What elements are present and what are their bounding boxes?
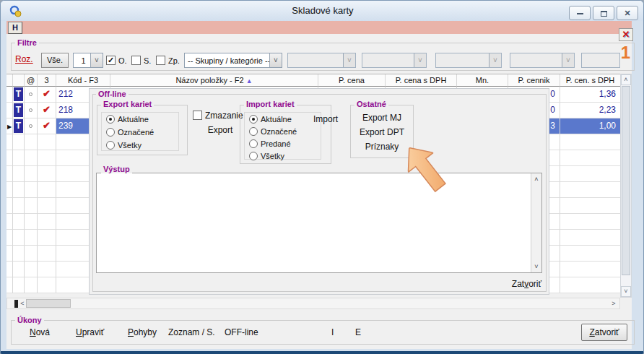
priznaky-button[interactable]: Príznaky — [352, 142, 412, 152]
scroll-down-icon[interactable]: ˅ — [531, 262, 541, 272]
window-title: Skladové karty — [292, 5, 353, 16]
flag-column-header[interactable]: 3 — [38, 74, 56, 87]
app-window: Skladové karty ✕ H ✕ Filtre Roz. Vše. 1 … — [0, 0, 644, 354]
table-horizontal-scrollbar[interactable]: ˂ ˃ — [6, 298, 620, 309]
checkbox-o[interactable]: ✓ — [106, 56, 116, 65]
chevron-down-icon: ˅ — [489, 53, 501, 67]
group-category-value: -- Skupiny / kategórie -- — [185, 56, 269, 65]
mn-column-header[interactable]: Mn. — [457, 74, 508, 87]
radio-export-oznacene[interactable] — [106, 128, 115, 137]
vystup-output[interactable]: ˄ ˅ — [96, 173, 542, 273]
code-column-header[interactable]: Kód - F3 — [56, 74, 110, 87]
minimize-button[interactable] — [569, 6, 591, 20]
checkbox-zp[interactable] — [156, 56, 165, 65]
close-icon: ✕ — [624, 9, 630, 17]
nova-button[interactable]: Nová — [30, 327, 50, 337]
ostatne-group-label: Ostatné — [354, 100, 388, 108]
row-pointer-icon: ▶ — [7, 124, 12, 130]
radio-export-vsetky[interactable] — [106, 141, 115, 150]
type-badge: T — [14, 103, 23, 117]
page-combo-value: 1 — [74, 56, 90, 65]
zoznam-button[interactable]: Zoznam / S. — [168, 327, 215, 337]
checkbox-s-label: S. — [144, 56, 151, 65]
toolbar-strip — [6, 21, 632, 34]
table-vertical-scrollbar[interactable]: ˄ ˅ — [620, 74, 632, 298]
radio-export-aktualne[interactable] — [106, 115, 115, 124]
roz-link[interactable]: Roz. — [15, 54, 33, 64]
filter-group-label: Filtre — [15, 38, 39, 47]
record-dot-icon — [29, 108, 32, 112]
zmazanie-checkbox[interactable] — [193, 111, 202, 120]
filter-combo-disabled-1: ˅ — [287, 53, 356, 68]
filter-combo-disabled-4: ˅ — [510, 53, 575, 68]
pohyby-button[interactable]: Pohyby — [128, 327, 157, 337]
record-count: 1 — [612, 43, 630, 63]
filter-combo-disabled-2: ˅ — [362, 53, 427, 68]
chevron-down-icon: ˅ — [414, 53, 426, 67]
export-group-label: Export kariet — [101, 100, 154, 108]
export-dpt-button[interactable]: Export DPT — [352, 127, 412, 137]
filter-combo-disabled-3: ˅ — [435, 53, 502, 68]
sort-asc-icon: ▲ — [246, 77, 253, 85]
output-scrollbar[interactable]: ˄ ˅ — [531, 173, 541, 272]
vertical-scroll-thumb[interactable] — [622, 86, 630, 275]
red-x-icon: ✕ — [622, 29, 630, 40]
chevron-down-icon: ˅ — [269, 53, 282, 67]
scroll-up-icon[interactable]: ˄ — [621, 74, 631, 85]
cancel-filter-button[interactable]: ✕ — [619, 28, 633, 41]
checkmark-icon: ✔ — [38, 118, 56, 134]
maximize-button[interactable] — [593, 6, 614, 20]
upravit-button[interactable]: Upraviť — [76, 327, 104, 337]
export-mj-button[interactable]: Export MJ — [352, 113, 412, 123]
page-combo[interactable]: 1 ˅ — [73, 53, 103, 68]
check-icon: ✓ — [108, 56, 114, 64]
chevron-down-icon: ˅ — [562, 53, 574, 67]
chevron-down-icon: ˅ — [90, 53, 103, 67]
checkmark-icon: ✔ — [38, 103, 56, 118]
pcendph-cell: 2,23 — [560, 103, 620, 118]
scroll-up-icon[interactable]: ˄ — [531, 174, 541, 184]
chevron-down-icon: ˅ — [343, 53, 355, 67]
minimize-icon — [577, 13, 583, 14]
checkbox-zp-label: Zp. — [168, 56, 180, 65]
attachment-column-header[interactable]: @ — [25, 74, 38, 87]
close-button[interactable]: ✕ — [617, 6, 638, 20]
scroll-down-icon[interactable]: ˅ — [621, 286, 631, 297]
checkbox-s[interactable] — [131, 56, 141, 65]
radio-import-aktualne[interactable] — [249, 115, 258, 124]
pcendph-cell: 1,00 — [560, 118, 620, 134]
actions-group — [11, 320, 635, 345]
e-button[interactable]: E — [355, 327, 361, 337]
record-dot-icon — [29, 124, 32, 128]
pcennik-column-header[interactable]: P. cennik — [508, 74, 560, 87]
export-button[interactable]: Export — [195, 125, 245, 135]
vse-button[interactable]: Vše. — [41, 53, 69, 68]
type-badge: T — [14, 87, 23, 101]
pcendph-column-header[interactable]: P. cen. s DPH — [560, 74, 620, 87]
checkbox-o-label: O. — [118, 56, 127, 65]
dialog-close-button[interactable]: Zatvoriť — [512, 279, 541, 289]
checkmark-icon: ✔ — [38, 87, 56, 103]
offline-panel-title: Off-line — [96, 90, 129, 98]
pcenadph-column-header[interactable]: P. cena s DPH — [386, 74, 457, 87]
radio-import-oznacene[interactable] — [249, 127, 258, 136]
zmazanie-label: Zmazanie — [205, 111, 243, 121]
horizontal-scroll-thumb[interactable] — [26, 299, 71, 308]
radio-import-predane[interactable] — [249, 139, 258, 148]
actions-group-label: Úkony — [15, 316, 44, 324]
scroll-right-icon[interactable]: ˃ — [609, 299, 618, 308]
import-button[interactable]: Import — [300, 114, 352, 124]
i-button[interactable]: I — [331, 327, 334, 337]
group-category-combo[interactable]: -- Skupiny / kategórie -- ˅ — [184, 53, 282, 68]
scroll-left-icon[interactable]: ˂ — [19, 299, 26, 308]
h-button[interactable]: H — [8, 22, 22, 34]
table-header-row: @ 3 Kód - F3 Názov položky - F2 ▲ P. cen… — [6, 74, 620, 87]
radio-import-vsetky[interactable] — [249, 152, 258, 160]
pcena-column-header[interactable]: P. cena — [318, 74, 386, 87]
splitter-grip[interactable] — [14, 300, 18, 308]
app-icon — [9, 5, 22, 18]
zatvorit-button[interactable]: Zatvoriť — [581, 324, 627, 341]
name-column-header[interactable]: Názov položky - F2 ▲ — [110, 74, 318, 87]
offline-button[interactable]: OFF-line — [225, 327, 258, 337]
record-dot-icon — [29, 92, 32, 96]
